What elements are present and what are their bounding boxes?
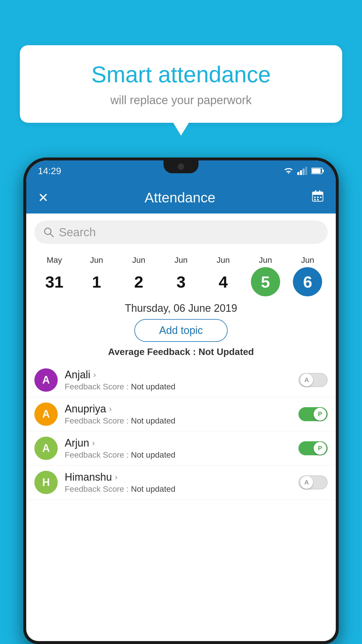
cal-day-number: 6 xyxy=(293,267,322,296)
phone-screen: 14:29 xyxy=(26,160,336,641)
student-name: Anjali › xyxy=(65,369,291,381)
avg-feedback: Average Feedback : Not Updated xyxy=(26,346,336,357)
calendar-day[interactable]: Jun5 xyxy=(248,256,283,296)
student-avatar: A xyxy=(34,368,58,392)
avg-feedback-value: Not Updated xyxy=(198,346,254,357)
toggle-knob: P xyxy=(314,408,326,421)
student-info: Anjali ›Feedback Score : Not updated xyxy=(65,369,291,391)
phone-frame: 14:29 xyxy=(23,158,339,644)
phone-inner: 14:29 xyxy=(26,160,336,641)
cal-month-label: May xyxy=(47,256,62,265)
student-feedback: Feedback Score : Not updated xyxy=(65,484,291,494)
selected-date: Thursday, 06 June 2019 xyxy=(26,302,336,314)
speech-bubble-container: Smart attendance will replace your paper… xyxy=(20,45,342,123)
student-item[interactable]: AAnjali ›Feedback Score : Not updatedA xyxy=(26,363,336,397)
student-list: AAnjali ›Feedback Score : Not updatedAAA… xyxy=(26,363,336,500)
chevron-right-icon: › xyxy=(109,404,112,414)
add-topic-button[interactable]: Add topic xyxy=(134,319,228,342)
battery-icon xyxy=(311,167,324,174)
svg-rect-12 xyxy=(317,197,319,198)
cal-month-label: Jun xyxy=(174,256,187,265)
svg-rect-5 xyxy=(322,169,324,172)
calendar-day[interactable]: Jun3 xyxy=(164,256,198,296)
student-info: Anupriya ›Feedback Score : Not updated xyxy=(65,403,291,426)
student-item[interactable]: AAnupriya ›Feedback Score : Not updatedP xyxy=(26,397,336,431)
close-button[interactable]: ✕ xyxy=(38,190,49,205)
student-item[interactable]: AArjun ›Feedback Score : Not updatedP xyxy=(26,431,336,466)
wifi-icon xyxy=(283,167,294,175)
cal-day-number: 31 xyxy=(40,267,69,296)
calendar-day[interactable]: Jun2 xyxy=(121,256,156,296)
attendance-toggle[interactable]: A xyxy=(298,475,328,489)
cal-month-label: Jun xyxy=(217,256,230,265)
calendar-day[interactable]: May31 xyxy=(37,256,72,296)
svg-rect-15 xyxy=(317,199,319,200)
chevron-right-icon: › xyxy=(93,370,96,379)
student-info: Himanshu ›Feedback Score : Not updated xyxy=(65,471,291,494)
svg-rect-6 xyxy=(312,169,321,173)
svg-rect-3 xyxy=(305,167,307,175)
svg-rect-10 xyxy=(319,190,320,194)
feedback-value: Not updated xyxy=(131,484,175,494)
student-name: Himanshu › xyxy=(65,471,291,483)
app-bar-title: Attendance xyxy=(145,190,215,206)
student-name: Arjun › xyxy=(65,437,291,449)
attendance-toggle[interactable]: A xyxy=(298,373,328,387)
student-feedback: Feedback Score : Not updated xyxy=(65,382,291,391)
svg-rect-9 xyxy=(315,190,316,194)
student-avatar: A xyxy=(34,437,58,460)
attendance-toggle[interactable]: P xyxy=(298,407,328,421)
status-bar: 14:29 xyxy=(26,160,336,181)
calendar-day[interactable]: Jun1 xyxy=(79,256,114,296)
chevron-right-icon: › xyxy=(115,473,117,482)
search-icon xyxy=(43,227,54,238)
student-feedback: Feedback Score : Not updated xyxy=(65,416,291,426)
chevron-right-icon: › xyxy=(92,438,95,448)
svg-rect-1 xyxy=(300,170,302,175)
cal-day-number: 4 xyxy=(209,267,238,296)
svg-rect-11 xyxy=(314,197,316,198)
feedback-value: Not updated xyxy=(131,450,175,459)
svg-rect-8 xyxy=(312,192,323,195)
toggle-knob: A xyxy=(300,476,313,489)
student-feedback: Feedback Score : Not updated xyxy=(65,450,291,460)
svg-line-17 xyxy=(50,234,53,237)
cal-month-label: Jun xyxy=(132,256,145,265)
svg-rect-13 xyxy=(320,197,321,198)
student-avatar: A xyxy=(34,402,58,426)
toggle-knob: A xyxy=(300,374,313,386)
calendar-button[interactable] xyxy=(311,190,324,205)
calendar-day[interactable]: Jun4 xyxy=(206,256,241,296)
front-camera xyxy=(178,163,184,170)
feedback-value: Not updated xyxy=(131,382,175,391)
cal-month-label: Jun xyxy=(259,256,272,265)
student-info: Arjun ›Feedback Score : Not updated xyxy=(65,437,291,460)
cal-month-label: Jun xyxy=(90,256,103,265)
status-time: 14:29 xyxy=(38,166,61,176)
phone-body: Search May31Jun1Jun2Jun3Jun4Jun5Jun6 Thu… xyxy=(26,214,336,641)
student-avatar: H xyxy=(34,471,58,494)
cal-month-label: Jun xyxy=(301,256,314,265)
feedback-value: Not updated xyxy=(131,416,175,425)
status-icons xyxy=(283,167,324,175)
search-bar[interactable]: Search xyxy=(34,220,328,244)
svg-rect-2 xyxy=(303,169,305,175)
bubble-subtitle: will replace your paperwork xyxy=(37,94,325,107)
cal-day-number: 2 xyxy=(124,267,153,296)
svg-rect-14 xyxy=(314,199,316,200)
cal-day-number: 5 xyxy=(251,267,280,296)
svg-rect-0 xyxy=(297,172,299,175)
attendance-toggle[interactable]: P xyxy=(298,441,328,455)
search-placeholder: Search xyxy=(59,226,96,239)
cal-day-number: 1 xyxy=(82,267,111,296)
avg-feedback-label: Average Feedback : xyxy=(108,346,198,357)
calendar-row: May31Jun1Jun2Jun3Jun4Jun5Jun6 xyxy=(26,251,336,296)
calendar-day[interactable]: Jun6 xyxy=(290,256,325,296)
app-bar: ✕ Attendance xyxy=(26,181,336,214)
speech-bubble: Smart attendance will replace your paper… xyxy=(20,45,342,123)
cal-day-number: 3 xyxy=(166,267,196,296)
student-item[interactable]: HHimanshu ›Feedback Score : Not updatedA xyxy=(26,466,336,500)
bubble-title: Smart attendance xyxy=(37,61,325,88)
notch xyxy=(164,160,198,173)
toggle-knob: P xyxy=(314,442,326,455)
